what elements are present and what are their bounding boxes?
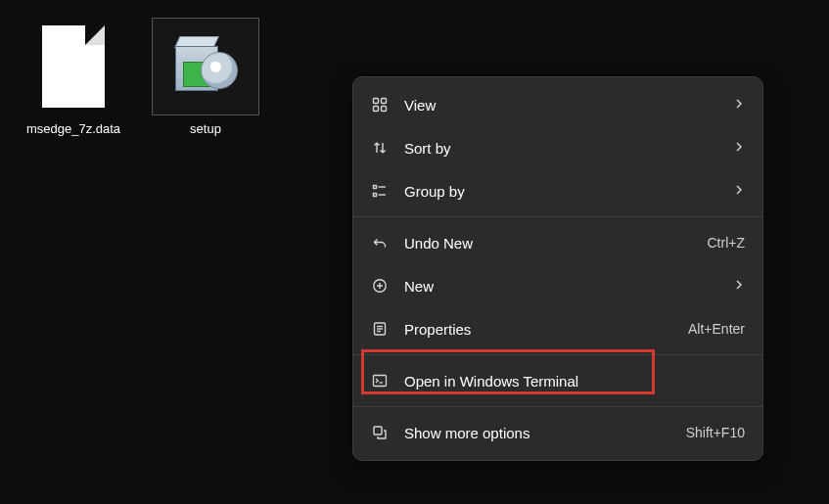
svg-rect-1 [382,99,387,104]
menu-shortcut: Ctrl+Z [708,235,746,251]
menu-item-sort-by[interactable]: Sort by [353,126,762,169]
file-label: msedge_7z.data [20,121,127,136]
menu-item-show-more-options[interactable]: Show more options Shift+F10 [353,411,762,454]
menu-item-properties[interactable]: Properties Alt+Enter [353,307,762,350]
terminal-icon [369,373,391,389]
file-thumbnail [20,18,127,115]
menu-shortcut: Shift+F10 [686,425,745,440]
group-icon [369,183,391,199]
properties-icon [369,321,391,337]
menu-label: View [404,97,733,114]
sort-icon [369,140,391,156]
menu-label: Group by [404,183,733,200]
menu-separator [353,354,762,355]
desktop-context-menu: View Sort by Group by [352,76,763,461]
file-label: setup [152,121,259,136]
menu-label: Properties [404,321,688,338]
menu-label: Open in Windows Terminal [404,373,745,389]
plus-circle-icon [369,278,391,294]
file-icon-setup[interactable]: setup [152,18,259,136]
svg-rect-3 [382,107,387,112]
chevron-right-icon [733,140,745,156]
menu-item-open-windows-terminal[interactable]: Open in Windows Terminal [353,359,762,402]
installer-exe-icon [171,32,240,101]
menu-item-group-by[interactable]: Group by [353,169,762,212]
chevron-right-icon [733,278,745,294]
menu-label: New [404,278,733,295]
show-more-icon [369,425,391,440]
menu-item-view[interactable]: View [353,83,762,126]
svg-rect-4 [374,186,377,189]
menu-item-undo[interactable]: Undo New Ctrl+Z [353,221,762,264]
undo-icon [369,235,391,251]
svg-rect-13 [374,376,387,387]
chevron-right-icon [733,183,745,199]
svg-rect-6 [374,194,377,197]
menu-shortcut: Alt+Enter [688,321,745,337]
file-thumbnail [152,18,259,115]
generic-file-icon [42,25,105,108]
view-icon [369,97,391,113]
menu-separator [353,216,762,217]
file-icon-msedge-7z-data[interactable]: msedge_7z.data [20,18,127,136]
svg-rect-15 [374,427,382,435]
menu-item-new[interactable]: New [353,264,762,307]
menu-separator [353,406,762,407]
menu-label: Show more options [404,425,686,441]
menu-label: Undo New [404,235,708,252]
svg-rect-2 [374,107,379,112]
chevron-right-icon [733,97,745,113]
svg-rect-0 [374,99,379,104]
menu-label: Sort by [404,140,733,157]
